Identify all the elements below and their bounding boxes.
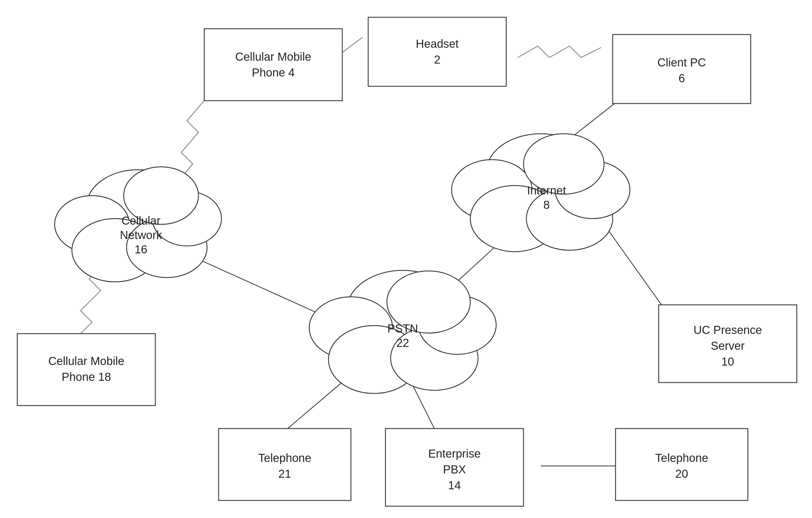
enterprise-pbx-label-2: PBX [443, 463, 466, 476]
cellular-network-label-1: Cellular [121, 214, 161, 227]
svg-rect-29 [17, 334, 155, 406]
connections-svg: .conn { stroke: #444; stroke-width: 3; f… [0, 0, 812, 518]
telephone-21-label-1: Telephone [258, 452, 312, 464]
uc-presence-label-2: Server [711, 339, 745, 352]
pstn-label-2: 22 [396, 337, 409, 349]
svg-line-3 [604, 224, 662, 305]
cellular-network-cloud: Cellular Network 16 [55, 167, 222, 282]
enterprise-pbx-label-1: Enterprise [428, 447, 481, 460]
telephone-20-label-2: 20 [675, 467, 688, 480]
internet-label-1: Internet [527, 184, 566, 197]
enterprise-pbx-box: Enterprise PBX 14 [385, 429, 523, 506]
client-pc-label-1: Client PC [658, 56, 706, 69]
uc-presence-label-3: 10 [721, 355, 734, 368]
uc-presence-label-1: UC Presence [694, 323, 762, 336]
telephone-20-label-1: Telephone [655, 452, 708, 464]
svg-rect-26 [204, 29, 342, 101]
telephone-21-box: Telephone 21 [219, 429, 351, 500]
cellular-network-label-2: Network [120, 229, 163, 241]
headset-box: Headset 2 [368, 17, 506, 86]
cellular-network-label-3: 16 [135, 243, 148, 256]
headset-label-2: 2 [434, 53, 440, 66]
svg-rect-25 [368, 17, 506, 86]
cellular-mobile-18-label-1: Cellular Mobile [48, 355, 124, 367]
cellular-mobile-phone-18-box: Cellular Mobile Phone 18 [17, 334, 155, 406]
svg-line-4 [288, 380, 345, 429]
svg-rect-30 [219, 429, 351, 500]
client-pc-box: Client PC 6 [613, 34, 751, 104]
uc-presence-server-box: UC Presence Server 10 [659, 305, 797, 382]
svg-rect-32 [615, 429, 748, 500]
enterprise-pbx-label-3: 14 [448, 479, 461, 492]
headset-label-1: Headset [416, 37, 459, 50]
client-pc-label-2: 6 [678, 72, 685, 85]
telephone-20-box: Telephone 20 [615, 429, 748, 500]
telephone-21-label-2: 21 [279, 467, 291, 480]
cellular-mobile-4-label-1: Cellular Mobile [235, 50, 312, 63]
cellular-mobile-18-label-2: Phone 18 [62, 370, 111, 383]
internet-cloud: Internet 8 [452, 134, 630, 252]
cellular-mobile-4-label-2: Phone 4 [252, 66, 294, 79]
diagram-container: .conn { stroke: #444; stroke-width: 3; f… [0, 0, 812, 518]
pstn-label-1: PSTN [387, 322, 418, 335]
internet-label-2: 8 [543, 198, 550, 211]
svg-rect-27 [613, 34, 751, 104]
cellular-mobile-phone-4-box: Cellular Mobile Phone 4 [204, 29, 342, 101]
pstn-cloud: PSTN 22 [309, 270, 496, 394]
